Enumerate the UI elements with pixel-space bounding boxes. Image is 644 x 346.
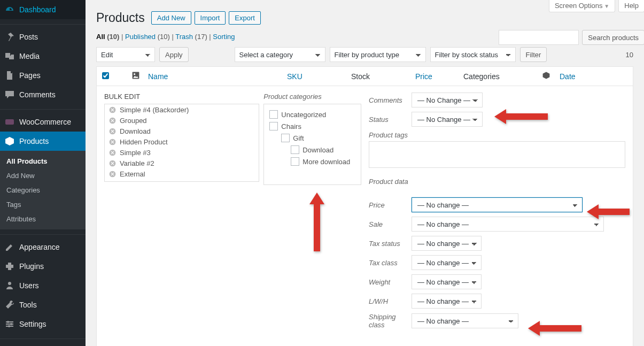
product-tags-input[interactable]	[369, 141, 625, 168]
pin-icon	[4, 32, 15, 42]
category-checkbox[interactable]	[269, 122, 278, 130]
weight-select[interactable]: — No change —	[412, 274, 482, 289]
sidebar-item-tools[interactable]: Tools	[0, 295, 86, 314]
bulk-product-item[interactable]: Simple #4 (Backorder)	[105, 104, 259, 115]
column-date[interactable]: Date	[560, 72, 592, 81]
submenu-attributes[interactable]: Attributes	[0, 212, 86, 226]
bulk-product-item[interactable]: External	[105, 168, 259, 179]
sidebar-item-settings[interactable]: Settings	[0, 314, 86, 334]
import-button[interactable]: Import	[195, 11, 226, 25]
category-item[interactable]: Gift	[269, 132, 355, 144]
column-name[interactable]: Name	[148, 72, 287, 81]
submenu-categories[interactable]: Categories	[0, 183, 86, 197]
remove-icon[interactable]	[108, 170, 117, 178]
bulk-product-item[interactable]: Variable #1	[105, 179, 259, 182]
category-checkbox[interactable]	[291, 145, 299, 154]
tax-status-select[interactable]: — No change —	[412, 236, 482, 251]
bulk-product-item[interactable]: Hidden Product	[105, 136, 259, 147]
sidebar-item-maintenance[interactable]: Maintenance	[0, 342, 86, 346]
remove-icon[interactable]	[108, 180, 117, 182]
remove-icon[interactable]	[108, 159, 117, 167]
table-nav: Edit Apply Select a category Filter by p…	[96, 47, 633, 62]
svg-point-1	[8, 282, 11, 285]
category-item[interactable]: More download	[269, 156, 355, 167]
products-icon	[4, 136, 15, 147]
sidebar-item-label: Posts	[19, 33, 38, 41]
page-heading: Products Add New Import Export	[96, 11, 633, 25]
remove-icon[interactable]	[108, 105, 117, 114]
lwh-select[interactable]: — No change —	[412, 294, 482, 309]
column-price[interactable]: Price	[415, 72, 463, 81]
filter-sorting[interactable]: Sorting	[213, 33, 235, 41]
remove-icon[interactable]	[108, 137, 117, 146]
category-item[interactable]: Chairs	[269, 120, 355, 132]
column-stock: Stock	[351, 72, 415, 81]
svg-marker-18	[494, 109, 548, 124]
sidebar-item-appearance[interactable]: Appearance	[0, 237, 86, 257]
sidebar-item-dashboard[interactable]: Dashboard	[0, 0, 86, 19]
comments-select[interactable]: — No Change —	[412, 93, 483, 107]
bulk-product-name: Simple #4 (Backorder)	[120, 106, 189, 114]
select-all-checkbox[interactable]	[102, 72, 109, 79]
remove-icon[interactable]	[108, 148, 117, 157]
sidebar-item-media[interactable]: Media	[0, 47, 86, 66]
tax-status-label: Tax status	[369, 240, 412, 248]
bulk-product-item[interactable]: Simple #3	[105, 147, 259, 158]
tools-icon	[4, 299, 15, 310]
sidebar-item-plugins[interactable]: Plugins	[0, 257, 86, 276]
filter-all[interactable]: All (10)	[96, 33, 119, 41]
export-button[interactable]: Export	[229, 11, 261, 25]
sidebar-item-label: Media	[19, 52, 40, 60]
type-column-icon	[542, 71, 550, 81]
add-new-button[interactable]: Add New	[151, 11, 191, 25]
category-checkbox[interactable]	[281, 134, 290, 142]
apply-button[interactable]: Apply	[159, 47, 189, 62]
sidebar-item-pages[interactable]: Pages	[0, 66, 86, 85]
filter-published[interactable]: Published (10)	[125, 33, 170, 41]
sidebar-item-products[interactable]: Products	[0, 132, 86, 151]
bulk-product-list[interactable]: Simple #4 (Backorder)GroupedDownloadHidd…	[104, 104, 259, 182]
shipping-class-select[interactable]: — No change —	[412, 313, 518, 328]
category-checkbox[interactable]	[269, 110, 278, 119]
category-checkbox[interactable]	[291, 157, 299, 166]
sidebar-item-posts[interactable]: Posts	[0, 27, 86, 47]
bulk-product-item[interactable]: Variable #2	[105, 158, 259, 168]
submenu-tags[interactable]: Tags	[0, 197, 86, 212]
search-button[interactable]: Search products	[582, 30, 644, 45]
tax-class-select[interactable]: — No change —	[412, 255, 482, 270]
sidebar-item-users[interactable]: Users	[0, 276, 86, 295]
bulk-product-item[interactable]: Grouped	[105, 115, 259, 126]
remove-icon[interactable]	[108, 116, 117, 125]
bulk-product-item[interactable]: Download	[105, 126, 259, 136]
remove-icon[interactable]	[108, 127, 117, 135]
column-sku[interactable]: SKU	[287, 72, 351, 81]
dashboard-icon	[4, 4, 15, 15]
sidebar-item-woocommerce[interactable]: WooCommerce	[0, 112, 86, 132]
submenu-all-products[interactable]: All Products	[0, 154, 86, 168]
filter-button[interactable]: Filter	[520, 47, 547, 62]
category-filter-select[interactable]: Select a category	[235, 47, 325, 62]
comments-label: Comments	[369, 96, 412, 104]
category-checklist[interactable]: UncategorizedChairsGiftDownloadMore down…	[263, 104, 361, 185]
bulk-product-name: Hidden Product	[120, 138, 168, 146]
annotation-arrow-price	[587, 202, 630, 223]
category-item[interactable]: Uncategorized	[269, 109, 355, 120]
stock-status-filter-select[interactable]: Filter by stock status	[430, 47, 516, 62]
sidebar-item-comments[interactable]: Comments	[0, 85, 86, 104]
bulk-edit-title: BULK EDIT	[104, 93, 259, 101]
status-select[interactable]: — No Change —	[412, 112, 483, 127]
bulk-action-select[interactable]: Edit	[96, 47, 155, 62]
sale-select[interactable]: — No change —	[412, 217, 604, 232]
category-item[interactable]: Download	[269, 144, 355, 156]
comments-icon	[4, 89, 15, 100]
help-tab[interactable]: Help	[618, 0, 644, 12]
users-icon	[4, 280, 15, 291]
sidebar-item-label: Users	[19, 281, 39, 290]
screen-options-tab[interactable]: Screen Options	[549, 0, 615, 12]
filter-trash[interactable]: Trash (17)	[175, 33, 207, 41]
submenu-add-new[interactable]: Add New	[0, 168, 86, 183]
product-type-filter-select[interactable]: Filter by product type	[330, 47, 426, 62]
table-header-row: Name SKU Stock Price Categories Date	[96, 66, 633, 86]
search-input[interactable]	[499, 30, 579, 45]
price-select[interactable]: — No change —	[412, 197, 583, 212]
